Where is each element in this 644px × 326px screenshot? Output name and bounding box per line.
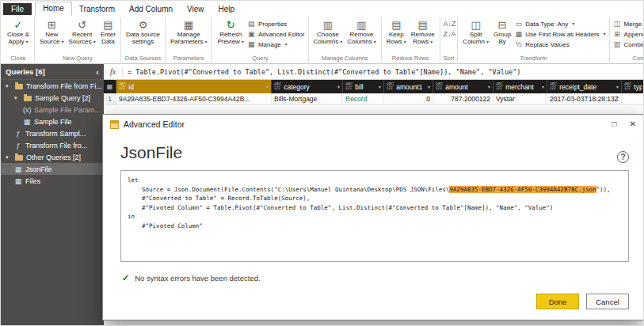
file-menu-button[interactable]: File xyxy=(3,3,32,15)
sidebar-item-other-queries-group[interactable]: ▾ Other Queries [2] xyxy=(1,151,104,163)
sidebar-item-transform-file-group[interactable]: ▾ Transform File from Fi... xyxy=(1,80,104,92)
column-header-category[interactable]: ABC123 category ▾ xyxy=(272,80,343,93)
split-column-icon: ◫ xyxy=(471,19,481,31)
close-apply-button[interactable]: ✓ Close & Apply▾ xyxy=(6,17,31,47)
tab-help[interactable]: Help xyxy=(211,3,242,16)
status-text: No syntax errors have been detected. xyxy=(135,274,260,282)
cell-amount1[interactable]: 0 xyxy=(384,93,433,104)
filter-dropdown-icon[interactable]: ▾ xyxy=(428,84,430,89)
refresh-preview-icon: ↻ xyxy=(227,19,235,31)
column-type-icon: ABC123 xyxy=(496,83,503,90)
filter-dropdown-icon[interactable]: ▾ xyxy=(542,84,544,89)
data-type-button[interactable]: ▭ Data Type: Any ▾ xyxy=(514,20,605,28)
tab-add-column[interactable]: Add Column xyxy=(122,3,180,16)
manage-parameters-button[interactable]: ▦ Manage Parameters▾ xyxy=(169,17,208,47)
sidebar-item-jsonfile[interactable]: ▦ JsonFile xyxy=(1,163,104,175)
sidebar-item-sample-query-group[interactable]: ▾ Sample Query [2] xyxy=(1,92,104,104)
maximize-button[interactable]: □ xyxy=(612,120,617,128)
code-line: #"Converted to Table" = Record.ToTable(S… xyxy=(128,194,622,203)
manage-icon: ▦ xyxy=(247,40,256,49)
sort-descending-icon: Z↓A xyxy=(444,30,452,39)
collapse-pane-icon[interactable]: ‹ xyxy=(96,67,99,77)
data-source-settings-button[interactable]: ⚙ Data source settings xyxy=(124,17,162,47)
refresh-preview-button[interactable]: ↻ Refresh Preview▾ xyxy=(215,17,245,47)
column-header-id[interactable]: ABC123 id ▾ xyxy=(116,80,272,93)
new-source-button[interactable]: ⊞ New Source▾ xyxy=(38,17,65,47)
sort-descending-button[interactable]: Z↓A xyxy=(444,30,452,39)
choose-columns-button[interactable]: ▥ Choose Columns▾ xyxy=(312,17,345,47)
keep-rows-button[interactable]: ▤ Keep Rows▾ xyxy=(385,17,408,47)
column-header-amount[interactable]: ABC123 amount ▾ xyxy=(433,80,493,93)
filter-dropdown-icon[interactable]: ▾ xyxy=(337,84,340,89)
row-number[interactable]: 1 xyxy=(104,93,116,104)
formula-input[interactable]: = Table.Pivot(#"Converted to Table", Lis… xyxy=(123,68,520,76)
properties-button[interactable]: ▤ Properties xyxy=(247,20,305,28)
done-button[interactable]: Done xyxy=(536,294,579,309)
sort-ascending-button[interactable]: A↓Z xyxy=(444,20,452,28)
cell-type[interactable] xyxy=(622,93,644,104)
cell-receipt-date[interactable]: 2017-03-03T18:28:13Z xyxy=(547,93,622,104)
select-all-corner[interactable]: ▦ xyxy=(104,80,116,93)
remove-rows-button[interactable]: ▤ Remove Rows▾ xyxy=(410,17,436,47)
column-header-bill[interactable]: ABC123 bill ▾ xyxy=(343,80,384,93)
column-header-receipt-date[interactable]: ABC123 receipt_date ▾ xyxy=(547,80,622,93)
code-line: #"Pivoted Column" xyxy=(128,222,622,231)
sidebar-item-sample-file[interactable]: ▦ Sample File xyxy=(1,116,104,127)
highlighted-filename: 9A29A835-EBD7-4326-AF50-C3994A42B78C.jso… xyxy=(449,186,596,193)
filter-dropdown-icon[interactable]: ▾ xyxy=(266,84,269,89)
use-first-row-as-headers-button[interactable]: ▦ Use First Row as Headers ▾ xyxy=(514,30,605,39)
cell-category[interactable]: Bills-Mortgage xyxy=(272,93,343,104)
replace-values-button[interactable]: ½ Replace Values xyxy=(514,40,605,49)
sidebar-item-transform-sample-file[interactable]: ƒ Transform Sampl... xyxy=(1,127,104,139)
tab-view[interactable]: View xyxy=(180,3,211,16)
dialog-titlebar[interactable]: Advanced Editor □ ✕ xyxy=(103,115,643,134)
append-queries-button[interactable]: ⊞ Append Queries ▾ xyxy=(613,30,644,39)
dropdown-caret-icon: ▾ xyxy=(61,40,63,44)
data-source-settings-icon: ⚙ xyxy=(139,19,148,31)
column-header-amount1[interactable]: ABC123 amount1 ▾ xyxy=(384,80,433,93)
dropdown-caret-icon: ▾ xyxy=(430,40,433,44)
cell-bill-record-link[interactable]: Record xyxy=(343,93,384,104)
filter-dropdown-icon[interactable]: ▾ xyxy=(616,84,619,89)
close-dialog-button[interactable]: ✕ xyxy=(630,120,636,128)
combine-files-button[interactable]: ▥ Combine Files xyxy=(613,40,644,49)
cell-id[interactable]: 9A29A835-EBD7-4326-AF50-C3994A42B... xyxy=(116,93,272,104)
fx-icon[interactable]: fx xyxy=(104,67,123,76)
tab-transform[interactable]: Transform xyxy=(72,3,122,16)
cancel-button[interactable]: Cancel xyxy=(586,294,629,309)
merge-queries-button[interactable]: ◫ Merge Queries ▾ xyxy=(613,20,644,28)
enter-data-button[interactable]: ▤ Enter Data xyxy=(99,17,117,47)
group-by-icon: ⊟ xyxy=(498,19,507,31)
ribbon-body: ✓ Close & Apply▾ Close ⊞ New Source▾ ↺ xyxy=(1,16,644,64)
m-code-editor[interactable]: let Source = Json.Document(File.Contents… xyxy=(120,170,629,262)
split-column-button[interactable]: ◫ Split Column▾ xyxy=(461,17,490,47)
filter-dropdown-icon[interactable]: ▾ xyxy=(379,84,381,89)
sidebar-item-files[interactable]: ▦ Files xyxy=(1,175,104,187)
query-icon: ▦ xyxy=(14,165,22,173)
help-icon[interactable]: ? xyxy=(617,151,629,163)
function-icon: ƒ xyxy=(14,130,22,138)
recent-sources-button[interactable]: ↺ Recent Sources▾ xyxy=(67,17,97,47)
remove-columns-button[interactable]: ▥ Remove Columns▾ xyxy=(345,17,378,47)
expand-arrow-icon: ▾ xyxy=(6,83,12,89)
advanced-editor-button[interactable]: ▣ Advanced Editor xyxy=(247,30,305,39)
append-queries-icon: ⊞ xyxy=(613,30,622,39)
queries-pane-header: Queries [6] ‹ xyxy=(1,64,104,80)
queries-count-label: Queries [6] xyxy=(6,67,45,76)
group-by-button[interactable]: ⊟ Group By xyxy=(492,17,513,47)
ribbon-group-combine: ◫ Merge Queries ▾ ⊞ Append Queries ▾ ▥ C… xyxy=(610,17,644,64)
properties-icon: ▤ xyxy=(247,20,256,28)
cell-merchant[interactable]: Vystar xyxy=(493,93,547,104)
sidebar-item-transform-file-function[interactable]: ƒ Transform File fro... xyxy=(1,139,104,151)
replace-values-icon: ½ xyxy=(514,40,523,49)
manage-button[interactable]: ▦ Manage ▾ xyxy=(247,40,305,49)
column-header-merchant[interactable]: ABC123 merchant ▾ xyxy=(493,80,547,93)
sidebar-item-sample-file-parameter[interactable]: (x) Sample File Param... xyxy=(1,104,104,116)
ribbon-group-sort: A↓Z Z↓A Sort xyxy=(440,17,459,64)
column-type-icon: ABC123 xyxy=(624,83,631,90)
sort-ascending-icon: A↓Z xyxy=(444,20,452,28)
tab-home[interactable]: Home xyxy=(35,2,72,16)
column-header-type[interactable]: ABC123 type xyxy=(622,80,644,93)
filter-dropdown-icon[interactable]: ▾ xyxy=(488,84,490,89)
cell-amount[interactable]: 787.2000122 xyxy=(433,93,493,104)
